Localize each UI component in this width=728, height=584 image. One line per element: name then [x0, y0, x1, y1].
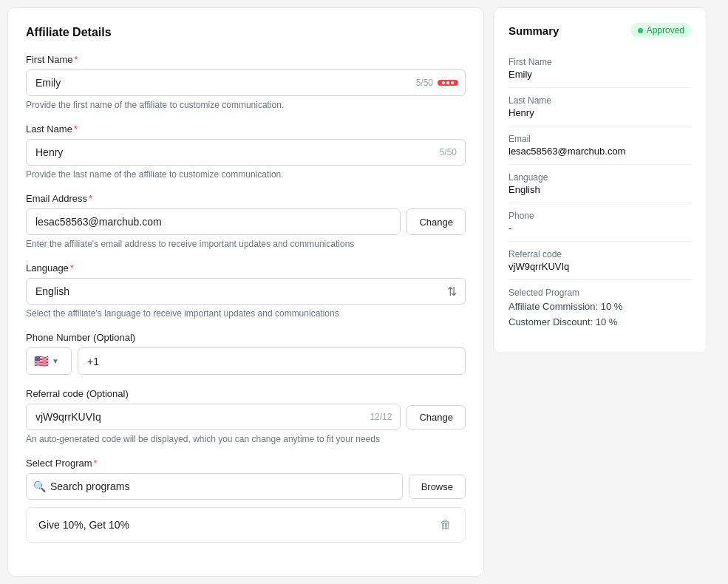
email-group: Email Address* Change Enter the affiliat… [26, 193, 466, 249]
summary-value-language: English [508, 184, 692, 195]
email-input[interactable] [26, 208, 401, 235]
select-program-group: Select Program* 🔍 Browse Give 10%, Get 1… [26, 458, 466, 543]
summary-value-lastname: Henry [508, 107, 692, 118]
program-search-wrapper: 🔍 Browse [26, 473, 466, 500]
email-input-wrapper: Change [26, 208, 466, 235]
program-name: Give 10%, Get 10% [38, 519, 129, 531]
summary-label-referral: Referral code [508, 249, 692, 259]
email-required: * [89, 193, 92, 204]
last-name-label: Last Name* [26, 123, 466, 135]
summary-row-email: Email lesac58563@marchub.com [508, 126, 692, 165]
phone-label: Phone Number (Optional) [26, 332, 466, 343]
email-label: Email Address* [26, 193, 466, 204]
language-hint: Select the affiliate's language to recei… [26, 308, 466, 319]
last-name-required: * [74, 123, 78, 135]
last-name-hint: Provide the last name of the affiliate t… [26, 169, 466, 180]
language-label: Language* [26, 262, 466, 274]
referral-code-group: Referral code (Optional) 12/12 Change An… [26, 388, 466, 444]
panel-title: Affiliate Details [26, 26, 466, 39]
browse-button[interactable]: Browse [409, 475, 466, 499]
language-select[interactable]: English French German Spanish [26, 278, 466, 305]
summary-label-language: Language [508, 172, 692, 183]
approved-badge: Approved [630, 23, 692, 38]
summary-row-lastname: Last Name Henry [508, 88, 692, 126]
first-name-required: * [75, 54, 78, 65]
summary-value-program: Affiliate Commission: 10 %Customer Disco… [508, 299, 692, 330]
summary-panel: Summary Approved First Name Emily Last N… [493, 7, 707, 353]
summary-value-email: lesac58563@marchub.com [508, 146, 692, 157]
referral-counter: 12/12 [370, 412, 392, 422]
summary-value-firstname: Emily [508, 69, 692, 80]
referral-code-hint: An auto-generated code will be displayed… [26, 434, 466, 444]
first-name-input-wrapper: 5/50 [26, 69, 466, 96]
last-name-input-wrapper: 5/50 [26, 139, 466, 166]
selected-program-item: Give 10%, Get 10% 🗑 [26, 507, 466, 543]
summary-label-program: Selected Program [508, 288, 692, 298]
delete-program-button[interactable]: 🗑 [438, 517, 453, 533]
affiliate-details-panel: Affiliate Details First Name* 5/50 Provi… [7, 7, 484, 577]
summary-row-phone: Phone - [508, 203, 692, 242]
country-select[interactable]: 🇺🇸 ▼ [26, 347, 72, 375]
search-input-wrap: 🔍 [26, 473, 403, 500]
last-name-group: Last Name* 5/50 Provide the last name of… [26, 123, 466, 180]
referral-code-input[interactable] [26, 404, 401, 430]
first-name-input[interactable] [26, 69, 466, 96]
referral-code-wrapper: 12/12 Change [26, 404, 466, 430]
referral-input-wrap: 12/12 [26, 404, 401, 430]
summary-value-phone: - [508, 223, 692, 234]
search-icon: 🔍 [33, 481, 46, 492]
summary-label-lastname: Last Name [508, 95, 692, 106]
summary-label-phone: Phone [508, 211, 692, 221]
summary-label-email: Email [508, 134, 692, 144]
phone-wrapper: 🇺🇸 ▼ [26, 347, 466, 375]
first-name-counter: 5/50 [416, 78, 433, 88]
phone-group: Phone Number (Optional) 🇺🇸 ▼ [26, 332, 466, 375]
program-required: * [94, 458, 98, 469]
program-search-input[interactable] [26, 473, 403, 500]
last-name-input[interactable] [26, 139, 466, 166]
first-name-hint: Provide the first name of the affiliate … [26, 100, 466, 110]
approved-dot-icon [638, 28, 643, 33]
language-required: * [70, 262, 74, 274]
summary-header: Summary Approved [508, 23, 692, 38]
summary-row-program: Selected Program Affiliate Commission: 1… [508, 280, 692, 338]
approved-label: Approved [647, 25, 684, 35]
referral-code-label: Referral code (Optional) [26, 388, 466, 399]
first-name-dots-icon [438, 80, 458, 86]
last-name-counter: 5/50 [440, 147, 457, 157]
language-group: Language* English French German Spanish … [26, 262, 466, 319]
us-flag-icon: 🇺🇸 [34, 354, 49, 368]
country-chevron-icon: ▼ [52, 357, 59, 365]
summary-value-referral: vjW9qrrKUVIq [508, 261, 692, 272]
summary-row-firstname: First Name Emily [508, 50, 692, 88]
email-hint: Enter the affiliate's email address to r… [26, 239, 466, 249]
phone-input[interactable] [78, 347, 466, 375]
summary-label-firstname: First Name [508, 57, 692, 67]
referral-change-button[interactable]: Change [406, 405, 466, 429]
email-change-button[interactable]: Change [406, 208, 466, 235]
summary-row-referral: Referral code vjW9qrrKUVIq [508, 242, 692, 280]
summary-title: Summary [508, 24, 559, 37]
first-name-group: First Name* 5/50 Provide the first name … [26, 54, 466, 110]
first-name-label: First Name* [26, 54, 466, 65]
select-program-label: Select Program* [26, 458, 466, 469]
language-select-wrapper: English French German Spanish ⇅ [26, 278, 466, 305]
summary-row-language: Language English [508, 165, 692, 203]
